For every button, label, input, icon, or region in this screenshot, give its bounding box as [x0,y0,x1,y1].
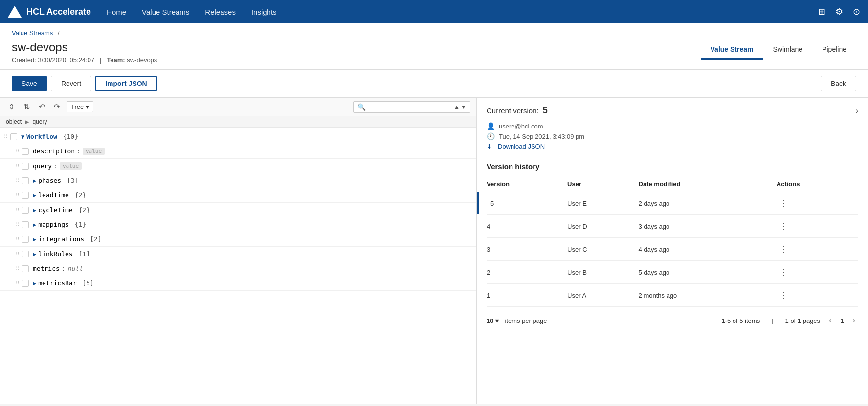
grid-icon[interactable]: ⊞ [818,6,825,17]
expand-metricsbar[interactable]: ▶ [33,280,36,287]
drag-handle: ⠿ [16,149,19,154]
tab-value-stream[interactable]: Value Stream [701,41,763,60]
version-chevron-icon[interactable]: › [856,107,858,115]
nav-releases[interactable]: Releases [205,8,236,16]
actions-menu-v3[interactable]: ⋮ [777,243,791,256]
search-input[interactable] [369,103,451,110]
timestamp-meta-row: 🕐 Tue, 14 Sep 2021, 3:43:09 pm [487,132,858,140]
redo-button[interactable]: ↷ [51,101,63,113]
nav-value-streams[interactable]: Value Streams [142,8,189,16]
tree-row-description[interactable]: ⠿ description : value [0,144,476,159]
version-history: Version history Version User Date modifi… [477,156,868,404]
download-json-link[interactable]: Download JSON [498,143,545,150]
expand-mappings[interactable]: ▶ [33,221,36,228]
json-toolbar: ⇕ ⇅ ↶ ↷ Tree ▾ 🔍 ▲ ▼ [0,98,476,116]
collapse-all-button[interactable]: ⇅ [21,101,32,113]
user-icon[interactable]: ⊙ [853,6,860,17]
cell-actions-1: ⋮ [777,284,858,307]
top-nav: HCL Accelerate Home Value Streams Releas… [0,0,868,23]
actions-menu-v2[interactable]: ⋮ [777,266,791,278]
expand-all-button[interactable]: ⇕ [6,101,17,113]
pages-text: 1 of 1 pages [785,317,821,324]
nav-insights[interactable]: Insights [251,8,277,16]
current-version-section: Current version: 5 › [477,98,868,122]
tree-row-metrics[interactable]: ⠿ metrics : null [0,261,476,276]
tree-dropdown-arrow: ▾ [86,103,89,110]
actions-menu-v5[interactable]: ⋮ [777,197,791,210]
page-tabs: Value Stream Swimlane Pipeline [701,41,856,60]
expand-leadtime[interactable]: ▶ [33,192,36,199]
row-checkbox[interactable] [22,192,29,199]
tree-row-metricsbar[interactable]: ⠿ ▶ metricsBar [5] [0,276,476,291]
tree-row-integrations[interactable]: ⠿ ▶ integrations [2] [0,232,476,247]
row-checkbox[interactable] [22,148,29,155]
expand-integrations[interactable]: ▶ [33,236,36,243]
tree-row-workflow[interactable]: ⠿ ▼ Workflow {10} [0,129,476,144]
cell-version-3: 3 [487,238,567,261]
val-metrics: null [67,265,83,272]
team-label: Team: [107,56,125,64]
drag-handle: ⠿ [16,163,19,169]
search-up-button[interactable]: ▲ [454,104,460,110]
page-next-button[interactable]: › [850,315,858,326]
per-page-select[interactable]: 10 ▾ [487,317,499,324]
path-query: query [32,118,47,125]
tree-row-query[interactable]: ⠿ query : value [0,159,476,173]
search-down-button[interactable]: ▼ [461,104,467,110]
count-leadtime: {2} [71,192,86,199]
row-checkbox[interactable] [22,177,29,184]
save-button[interactable]: Save [12,76,47,91]
row-checkbox[interactable] [22,265,29,272]
created-date: 3/30/2020, 05:24:07 [38,56,95,64]
revert-button[interactable]: Revert [51,76,91,91]
download-icon: ⬇ [487,143,492,150]
pagination: 10 ▾ items per page 1-5 of 5 items | 1 o… [487,309,858,332]
tree-row-linkrules[interactable]: ⠿ ▶ linkRules [1] [0,247,476,261]
row-checkbox[interactable] [22,280,29,287]
row-checkbox[interactable] [22,251,29,257]
drag-handle: ⠿ [16,178,19,183]
breadcrumb-separator: / [58,29,60,37]
cell-user-4: User D [567,215,639,238]
per-page-num: 10 [487,317,493,324]
cell-user-2: User B [567,261,639,284]
nav-right: ⊞ ⚙ ⊙ [818,6,860,17]
tab-pipeline[interactable]: Pipeline [812,41,856,60]
tab-swimlane[interactable]: Swimlane [763,41,812,60]
path-arrow: ▶ [25,119,30,125]
tree-row-phases[interactable]: ⠿ ▶ phases [3] [0,173,476,188]
key-metricsbar: metricsBar [38,279,76,287]
person-icon: 👤 [487,122,495,130]
nav-home[interactable]: Home [107,8,126,16]
drag-handle: ⠿ [16,192,19,198]
expand-workflow[interactable]: ▼ [21,133,24,140]
cell-date-5: 2 days ago [639,192,777,215]
tree-row-leadtime[interactable]: ⠿ ▶ leadTime {2} [0,188,476,203]
cell-actions-5: ⋮ [777,192,858,215]
app-logo[interactable]: HCL Accelerate [8,6,91,18]
undo-button[interactable]: ↶ [36,101,47,113]
val-description: value [83,148,105,155]
tree-label: Tree [71,103,84,110]
row-checkbox[interactable] [22,207,29,214]
row-checkbox[interactable] [22,221,29,228]
row-checkbox[interactable] [10,133,17,140]
json-search: 🔍 ▲ ▼ [353,101,470,113]
row-checkbox[interactable] [22,236,29,243]
tree-row-mappings[interactable]: ⠿ ▶ mappings {1} [0,217,476,232]
expand-phases[interactable]: ▶ [33,177,36,184]
back-button[interactable]: Back [821,76,856,91]
expand-cycletime[interactable]: ▶ [33,207,36,214]
import-json-button[interactable]: Import JSON [95,76,157,91]
row-checkbox[interactable] [22,163,29,170]
download-meta-row: ⬇ Download JSON [487,143,858,150]
actions-menu-v1[interactable]: ⋮ [777,289,791,301]
breadcrumb-value-streams[interactable]: Value Streams [12,29,53,37]
tree-row-cycletime[interactable]: ⠿ ▶ cycleTime {2} [0,203,476,217]
actions-menu-v4[interactable]: ⋮ [777,220,791,233]
expand-linkrules[interactable]: ▶ [33,251,36,257]
page-prev-button[interactable]: ‹ [826,315,834,326]
settings-icon[interactable]: ⚙ [835,6,843,17]
tree-dropdown[interactable]: Tree ▾ [67,101,93,112]
count-metricsbar: [5] [79,279,94,287]
